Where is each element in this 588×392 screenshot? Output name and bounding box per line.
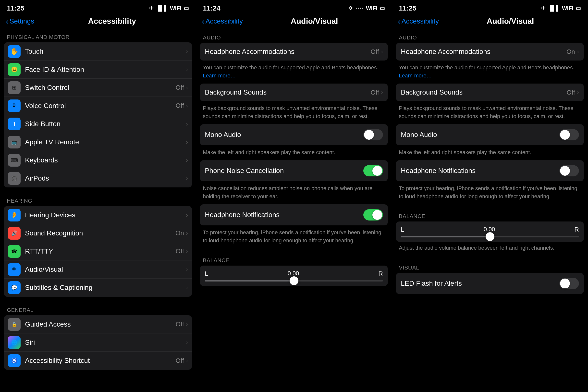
value-switchcontrol: Off [176, 84, 184, 92]
toggle-headphone-notif-2[interactable] [363, 209, 383, 220]
settings-item-faceid[interactable]: 😐 Face ID & Attention › [4, 60, 192, 79]
balance-header-2: BALANCE [196, 252, 392, 266]
icon-guidedaccess: 🔒 [8, 318, 20, 331]
toggle-mono-audio-3[interactable] [559, 129, 579, 140]
value-background-sounds-2: Off [371, 89, 379, 96]
battery-icon-3: ▭ [576, 5, 581, 12]
settings-item-appletv[interactable]: 📺 Apple TV Remote › [4, 133, 192, 151]
chevron-siri: › [186, 339, 188, 346]
chevron-background-sounds-2: › [381, 89, 383, 96]
label-keyboards: Keyboards [25, 156, 186, 164]
slider-knob-2 [290, 276, 298, 285]
icon-switchcontrol: ⊞ [8, 81, 20, 94]
balance-slider-3[interactable] [401, 236, 579, 238]
status-icons-1: ✈ ▐▌▌ WiFi ▭ [149, 5, 189, 12]
card-headphone-acc-2: Headphone Accommodations Off › [200, 43, 388, 60]
toggle-phone-noise-2[interactable] [363, 165, 383, 176]
toggle-mono-audio-2[interactable] [363, 129, 383, 140]
icon-soundrecog: 🔊 [8, 227, 20, 240]
panel3-content: AUDIO Headphone Accommodations On › You … [392, 30, 588, 392]
label-accshortcut: Accessibility Shortcut [25, 357, 176, 364]
value-voicecontrol: Off [176, 102, 184, 110]
settings-item-soundrecog[interactable]: 🔊 Sound Recognition On › [4, 224, 192, 242]
balance-right-2: R [378, 270, 383, 278]
section-header-hearing: HEARING [0, 193, 196, 206]
icon-faceid: 😐 [8, 63, 20, 76]
settings-item-airpods[interactable]: 🎧 AirPods › [4, 169, 192, 188]
settings-item-hearingdevices[interactable]: 👂 Hearing Devices › [4, 206, 192, 224]
settings-item-subtitles[interactable]: 💬 Subtitles & Captioning › [4, 278, 192, 297]
status-icons-3: ✈ ▐▌▌ WiFi ▭ [541, 5, 581, 12]
nav-back-2[interactable]: ‹ Accessibility [202, 18, 243, 25]
icon-subtitles: 💬 [8, 281, 20, 294]
settings-item-siri[interactable]: 🌐 Siri › [4, 334, 192, 352]
chevron-switchcontrol: › [186, 84, 188, 91]
item-phone-noise-2: Phone Noise Cancellation [200, 160, 388, 181]
balance-right-3: R [574, 226, 579, 234]
item-background-sounds-3[interactable]: Background Sounds Off › [396, 84, 584, 101]
label-switchcontrol: Switch Control [25, 84, 176, 92]
wifi-icon-3: WiFi [562, 5, 573, 12]
label-background-sounds-3: Background Sounds [401, 88, 567, 96]
value-soundrecog: On [176, 229, 184, 237]
settings-item-guidedaccess[interactable]: 🔒 Guided Access Off › [4, 315, 192, 334]
chevron-background-sounds-3: › [577, 89, 579, 96]
settings-item-keyboards[interactable]: ⌨ Keyboards › [4, 151, 192, 169]
location-icon: ✈ [149, 5, 154, 12]
value-headphone-acc-2: Off [371, 48, 379, 56]
settings-item-sidebutton[interactable]: ⬆ Side Button › [4, 115, 192, 133]
label-audiovisual: Audio/Visual [25, 266, 186, 274]
toggle-headphone-notif-3[interactable] [559, 165, 579, 176]
settings-item-rtttty[interactable]: ☎ RTT/TTY Off › [4, 242, 192, 260]
chevron-voicecontrol: › [186, 102, 188, 109]
toggle-knob-noise-2 [372, 166, 382, 176]
nav-back-3[interactable]: ‹ Accessibility [398, 18, 439, 25]
chevron-appletv: › [186, 139, 188, 146]
toggle-led-flash-3[interactable] [559, 278, 579, 289]
status-icons-2: ✈ ···· WiFi ▭ [349, 5, 385, 12]
section-header-general: GENERAL [0, 302, 196, 315]
status-bar-3: 11:25 ✈ ▐▌▌ WiFi ▭ [392, 0, 588, 15]
chevron-keyboards: › [186, 157, 188, 164]
label-airpods: AirPods [25, 174, 186, 182]
chevron-airpods: › [186, 175, 188, 182]
label-hearingdevices: Hearing Devices [25, 211, 186, 219]
icon-keyboards: ⌨ [8, 154, 20, 166]
balance-card-3: L 0.00 R [396, 222, 584, 242]
settings-item-audiovisual[interactable]: 👁 Audio/Visual › [4, 260, 192, 278]
label-led-flash-3: LED Flash for Alerts [401, 280, 559, 288]
label-rtttty: RTT/TTY [25, 248, 176, 255]
status-bar-2: 11:24 ✈ ···· WiFi ▭ [196, 0, 392, 15]
item-background-sounds-2[interactable]: Background Sounds Off › [200, 84, 388, 101]
settings-item-voicecontrol[interactable]: 🎙 Voice Control Off › [4, 97, 192, 115]
icon-siri: 🌐 [8, 336, 20, 349]
back-chevron-3: ‹ [398, 18, 400, 25]
item-headphone-acc-3[interactable]: Headphone Accommodations On › [396, 43, 584, 60]
icon-airpods: 🎧 [8, 172, 20, 185]
value-background-sounds-3: Off [567, 89, 575, 96]
status-bar-1: 11:25 ✈ ▐▌▌ WiFi ▭ [0, 0, 196, 15]
label-subtitles: Subtitles & Captioning [25, 284, 186, 292]
link-learnmore-3[interactable]: Learn more… [399, 72, 432, 79]
card-headphone-notif-3: Headphone Notifications [396, 160, 584, 181]
location-icon-3: ✈ [541, 5, 546, 12]
settings-item-touch[interactable]: ✋ Touch › [4, 42, 192, 60]
icon-appletv: 📺 [8, 136, 20, 148]
item-headphone-acc-2[interactable]: Headphone Accommodations Off › [200, 43, 388, 60]
icon-sidebutton: ⬆ [8, 118, 20, 130]
settings-item-accshortcut[interactable]: ♿ Accessibility Shortcut Off › [4, 352, 192, 370]
balance-section-2: L 0.00 R [196, 266, 392, 286]
value-rtttty: Off [176, 248, 184, 255]
nav-back-1[interactable]: ‹ Settings [6, 18, 34, 25]
label-sidebutton: Side Button [25, 120, 186, 128]
balance-slider-2[interactable] [205, 280, 383, 282]
label-mono-audio-3: Mono Audio [401, 131, 559, 139]
link-learnmore-2[interactable]: Learn more… [203, 72, 236, 79]
chevron-headphone-acc-2: › [381, 48, 383, 55]
settings-item-switchcontrol[interactable]: ⊞ Switch Control Off › [4, 79, 192, 97]
chevron-touch: › [186, 48, 188, 55]
nav-back-label-1: Settings [10, 18, 34, 25]
chevron-headphone-acc-3: › [577, 48, 579, 55]
label-siri: Siri [25, 338, 186, 346]
item-headphone-notif-2: Headphone Notifications [200, 204, 388, 226]
